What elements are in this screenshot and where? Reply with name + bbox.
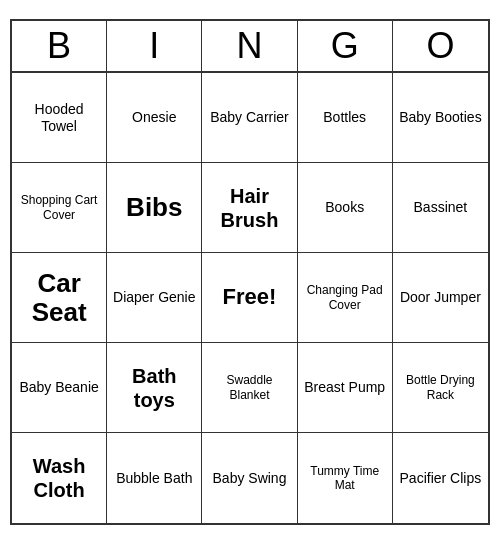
bingo-cell: Hair Brush (202, 163, 297, 253)
bingo-cell: Free! (202, 253, 297, 343)
bingo-cell: Bassinet (393, 163, 488, 253)
bingo-cell: Onesie (107, 73, 202, 163)
bingo-cell: Car Seat (12, 253, 107, 343)
bingo-cell: Bubble Bath (107, 433, 202, 523)
header-letter: N (202, 21, 297, 71)
bingo-cell: Shopping Cart Cover (12, 163, 107, 253)
bingo-cell: Pacifier Clips (393, 433, 488, 523)
bingo-cell: Swaddle Blanket (202, 343, 297, 433)
bingo-card: BINGO Hooded TowelOnesieBaby CarrierBott… (10, 19, 490, 525)
bingo-cell: Bottle Drying Rack (393, 343, 488, 433)
bingo-cell: Bibs (107, 163, 202, 253)
bingo-cell: Baby Beanie (12, 343, 107, 433)
bingo-cell: Baby Carrier (202, 73, 297, 163)
bingo-grid: Hooded TowelOnesieBaby CarrierBottlesBab… (12, 73, 488, 523)
bingo-cell: Baby Swing (202, 433, 297, 523)
bingo-cell: Baby Booties (393, 73, 488, 163)
bingo-cell: Bottles (298, 73, 393, 163)
bingo-cell: Books (298, 163, 393, 253)
header-letter: G (298, 21, 393, 71)
bingo-cell: Wash Cloth (12, 433, 107, 523)
bingo-header: BINGO (12, 21, 488, 73)
header-letter: O (393, 21, 488, 71)
header-letter: I (107, 21, 202, 71)
bingo-cell: Tummy Time Mat (298, 433, 393, 523)
bingo-cell: Breast Pump (298, 343, 393, 433)
bingo-cell: Hooded Towel (12, 73, 107, 163)
bingo-cell: Diaper Genie (107, 253, 202, 343)
header-letter: B (12, 21, 107, 71)
bingo-cell: Bath toys (107, 343, 202, 433)
bingo-cell: Door Jumper (393, 253, 488, 343)
bingo-cell: Changing Pad Cover (298, 253, 393, 343)
